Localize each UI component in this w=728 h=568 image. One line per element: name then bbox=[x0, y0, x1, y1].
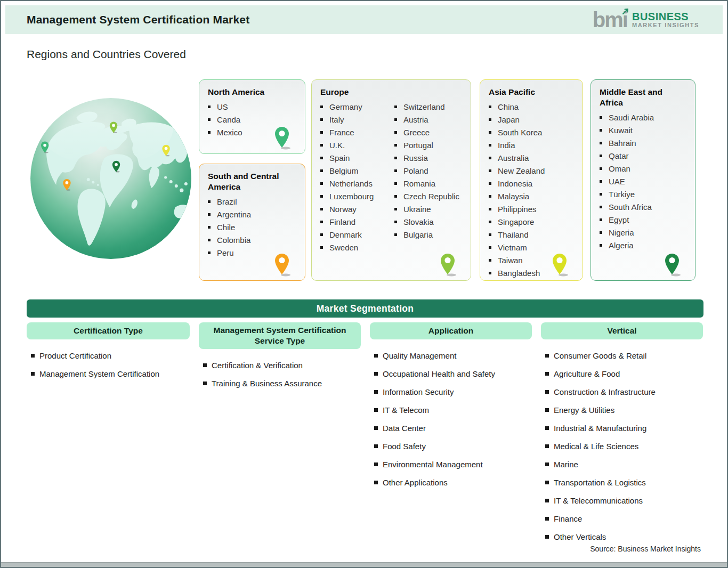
country-item: Belgium bbox=[320, 166, 389, 175]
bullet-square-icon bbox=[208, 131, 211, 134]
country-item: Australia bbox=[489, 153, 575, 163]
country-label: South Korea bbox=[498, 128, 542, 137]
europe-country-columns: Germany Italy France U.K. bbox=[320, 102, 463, 256]
country-label: Colombia bbox=[217, 236, 250, 245]
bullet-square-icon bbox=[320, 144, 323, 147]
segment-item-label: Other Verticals bbox=[554, 532, 606, 541]
bullet-square-icon bbox=[208, 200, 211, 203]
country-item: Argentina bbox=[208, 210, 297, 219]
country-item: Bahrain bbox=[600, 139, 687, 148]
bullet-square-icon bbox=[208, 226, 211, 229]
bullet-square-icon bbox=[489, 233, 491, 236]
bullet-square-icon bbox=[394, 157, 397, 159]
segment-item: Certification & Verification bbox=[203, 361, 361, 370]
country-label: Philippines bbox=[498, 205, 537, 214]
bullet-square-icon bbox=[374, 462, 378, 466]
bullet-square-icon bbox=[320, 233, 323, 236]
country-label: China bbox=[498, 102, 519, 111]
location-pin-icon bbox=[438, 253, 459, 277]
segment-item: Training & Business Assurance bbox=[203, 379, 361, 388]
country-label: UAE bbox=[609, 177, 625, 186]
segment-item-label: Information Security bbox=[383, 387, 454, 396]
country-item: Spain bbox=[320, 153, 389, 163]
country-label: Bangladesh bbox=[498, 269, 540, 278]
market-segmentation-title: Market Segmentation bbox=[317, 303, 414, 314]
bullet-square-icon bbox=[208, 251, 211, 254]
country-label: Peru bbox=[217, 248, 234, 257]
country-label: Ukraine bbox=[403, 205, 431, 214]
segment-item-label: Consumer Goods & Retail bbox=[554, 351, 646, 360]
bullet-square-icon bbox=[600, 129, 602, 132]
bullet-square-icon bbox=[489, 259, 491, 262]
segment-item: Information Security bbox=[374, 387, 532, 396]
bullet-square-icon bbox=[545, 354, 549, 358]
country-item: Japan bbox=[489, 115, 575, 124]
segment-header: Vertical bbox=[541, 322, 703, 339]
bullet-square-icon bbox=[600, 180, 602, 183]
country-item: Ukraine bbox=[394, 205, 463, 214]
region-title: North America bbox=[208, 87, 297, 98]
country-item: Colombia bbox=[208, 236, 297, 245]
country-label: Algeria bbox=[609, 241, 634, 250]
world-globe-illustration bbox=[25, 93, 197, 264]
country-label: Sweden bbox=[329, 243, 358, 252]
country-label: Russia bbox=[403, 153, 428, 163]
country-label: France bbox=[329, 128, 354, 137]
country-label: Romania bbox=[403, 179, 435, 188]
segment-column-application: Application Quality Management Occupatio… bbox=[370, 322, 532, 496]
bullet-square-icon bbox=[394, 131, 397, 134]
country-list: Brazil Argentina Chile Colombia bbox=[208, 197, 297, 257]
segment-item-label: Data Center bbox=[383, 424, 426, 433]
bullet-square-icon bbox=[320, 182, 323, 185]
bullet-square-icon bbox=[374, 481, 378, 484]
segment-item-label: Environmental Management bbox=[383, 460, 483, 469]
bullet-square-icon bbox=[489, 131, 491, 134]
country-item: Egypt bbox=[600, 215, 687, 224]
bullet-square-icon bbox=[489, 208, 491, 210]
region-box-south-central-america: South and Central America Brazil Argenti… bbox=[199, 164, 305, 281]
location-pin-icon bbox=[272, 126, 293, 150]
country-item: China bbox=[489, 102, 575, 111]
segment-item: Finance bbox=[545, 514, 703, 523]
segment-item-label: IT & Telecom bbox=[383, 405, 429, 415]
bullet-square-icon bbox=[394, 208, 397, 210]
bullet-square-icon bbox=[489, 169, 491, 172]
country-label: Vietnam bbox=[498, 243, 527, 252]
country-item: Luxembourg bbox=[320, 192, 389, 201]
region-box-north-america: North America US Canda Mexico bbox=[199, 79, 305, 154]
bullet-square-icon bbox=[374, 444, 378, 448]
country-label: Bahrain bbox=[609, 139, 636, 148]
bullet-square-icon bbox=[394, 221, 397, 223]
segment-item: IT & Telecom bbox=[374, 405, 532, 415]
country-label: Saudi Arabia bbox=[609, 113, 654, 122]
region-box-middle-east-africa: Middle East and Africa Saudi Arabia Kuwa… bbox=[591, 79, 695, 281]
segment-item-label: IT & Telecommunications bbox=[554, 496, 643, 505]
segment-item: Medical & Life Sciences bbox=[545, 442, 703, 451]
logo-mark-wrap: bmi bbox=[593, 10, 627, 29]
country-label: Finland bbox=[329, 217, 355, 226]
bullet-square-icon bbox=[320, 195, 323, 198]
country-label: U.K. bbox=[329, 141, 345, 150]
country-label: South Africa bbox=[609, 202, 652, 212]
country-item: Russia bbox=[394, 153, 463, 163]
country-item: Türkiye bbox=[600, 190, 687, 199]
segment-column-vertical: Vertical Consumer Goods & Retail Agricul… bbox=[541, 322, 703, 550]
location-pin-icon bbox=[549, 253, 571, 277]
country-label: Austria bbox=[403, 115, 428, 124]
bullet-square-icon bbox=[31, 354, 35, 358]
bullet-square-icon bbox=[545, 444, 549, 448]
country-item: Norway bbox=[320, 205, 389, 214]
bullet-square-icon bbox=[545, 408, 549, 412]
bullet-square-icon bbox=[600, 116, 602, 119]
bullet-square-icon bbox=[394, 233, 397, 236]
country-label: Switzerland bbox=[403, 102, 445, 111]
logo-text: BUSINESS MARKET INSIGHTS bbox=[632, 11, 699, 29]
bullet-square-icon bbox=[320, 131, 323, 134]
bullet-square-icon bbox=[394, 118, 397, 121]
bullet-square-icon bbox=[545, 372, 549, 376]
country-item: Bulgaria bbox=[394, 230, 463, 239]
country-item: Oman bbox=[600, 164, 687, 173]
country-label: Brazil bbox=[217, 197, 237, 206]
country-item: Czech Republic bbox=[394, 192, 463, 201]
bullet-square-icon bbox=[545, 499, 549, 502]
